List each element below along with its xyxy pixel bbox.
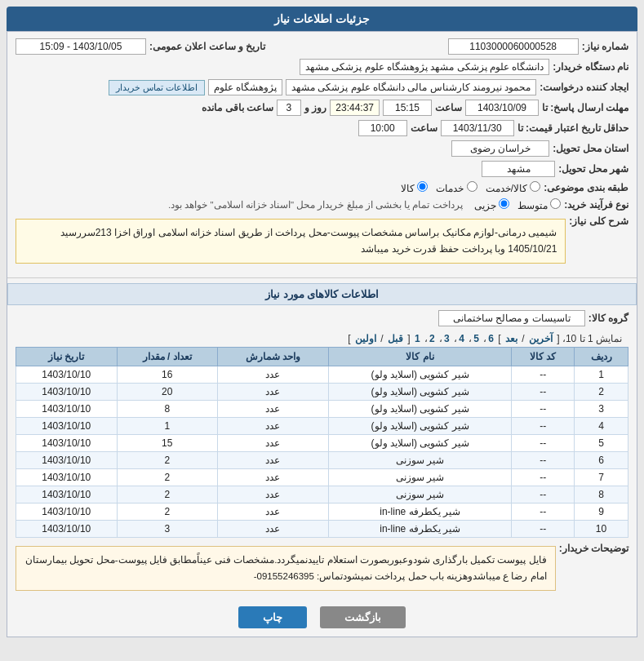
col-name: نام کالا [328, 347, 512, 366]
tabagheh-label: طبقه بندی موضوعی: [544, 182, 628, 193]
cell-rdif: 3 [575, 400, 628, 417]
pagination-first[interactable]: اولین [355, 333, 376, 344]
cell-kod: -- [512, 383, 575, 400]
noefar-note: پرداخت تمام یا بخشی از مبلغ خریدار محل "… [168, 199, 463, 211]
cell-vahed: عدد [217, 366, 328, 383]
table-row: 8--شیر سوزنیعدد21403/10/10 [16, 486, 628, 503]
noefar-label: نوع فرآیند خرید: [564, 199, 628, 211]
tarikh-value: 1403/10/05 - 15:09 [16, 38, 146, 55]
cell-name: شیر یکطرفه in-line [328, 520, 512, 537]
cell-tedad: 8 [117, 400, 217, 417]
cell-tedad: 1 [117, 417, 217, 434]
cell-name: شیر کشویی (اسلاید ولو) [328, 366, 512, 383]
bottom-note: فایل پیوست تکمیل بارگذاری شودوعبوربصورت … [16, 546, 556, 591]
pagination-4[interactable]: 4 [459, 333, 464, 344]
mohlet-roz: 3 [277, 100, 301, 116]
btn-chap[interactable]: چاپ [238, 606, 307, 628]
cell-name: شیر یکطرفه in-line [328, 503, 512, 520]
cell-tarikh: 1403/10/10 [16, 520, 118, 537]
cell-name: شیر کشویی (اسلاید ولو) [328, 400, 512, 417]
cell-tedad: 3 [117, 520, 217, 537]
btn-bazgasht[interactable]: بازگشت [320, 606, 406, 628]
group-label: گروه کالا: [588, 313, 628, 324]
roz-label: روز و [304, 102, 326, 113]
saaat-mande-label: ساعت باقی مانده [202, 102, 273, 113]
header-title: جزئیات اطلاعات نیاز [274, 12, 370, 25]
pagination-bar: نمایش 1 تا 10، [ آخرین / بعد ] 6، 5، 4، … [16, 330, 628, 347]
mohlet-label: مهلت ارسال پاسخ: تا [542, 102, 628, 113]
pagination-5[interactable]: 5 [473, 333, 479, 344]
pagination-last[interactable]: آخرین [529, 333, 553, 344]
pagination-2[interactable]: 2 [429, 333, 435, 344]
cell-name: شیر کشویی (اسلاید ولو) [328, 383, 512, 400]
name-darkhast-value: دانشگاه علوم پزشکی مشهد پژوهشگاه علوم پز… [300, 59, 549, 75]
btn-row: بازگشت چاپ [7, 598, 637, 637]
items-table: ردیف کد کالا نام کالا واحد شمارش تعداد /… [16, 347, 628, 538]
cell-kod: -- [512, 417, 575, 434]
shomara-niaz-label: شماره نیاز: [582, 41, 628, 52]
sharh-value: شیمیی درمانی-لوازم مکانیک براساس مشخصات … [16, 219, 566, 264]
cell-tedad: 15 [117, 434, 217, 451]
cell-kod: -- [512, 400, 575, 417]
table-row: 7--شیر سوزنیعدد21403/10/10 [16, 468, 628, 486]
mohlet-date: 1403/10/09 [465, 100, 539, 116]
table-row: 3--شیر کشویی (اسلاید ولو)عدد81403/10/10 [16, 400, 628, 417]
pagination-6[interactable]: 6 [488, 333, 494, 344]
cell-tarikh: 1403/10/10 [16, 486, 118, 503]
pagination-next[interactable]: بعد [505, 333, 517, 344]
radio-kala[interactable]: کالا [401, 181, 428, 194]
cell-name: شیر کشویی (اسلاید ولو) [328, 434, 512, 451]
cell-rdif: 1 [575, 366, 628, 383]
cell-name: شیر کشویی (اسلاید ولو) [328, 417, 512, 434]
pagination-3[interactable]: 3 [444, 333, 450, 344]
pagination-text: نمایش 1 تا 10، [ آخرین / بعد ] 6، 5، 4، … [348, 333, 622, 344]
table-row: 1--شیر کشویی (اسلاید ولو)عدد161403/10/10 [16, 366, 628, 383]
cell-kod: -- [512, 486, 575, 503]
tozihat-label: توضیحات خریدار: [559, 543, 628, 554]
cell-kod: -- [512, 520, 575, 537]
mohlet-saat: 15:15 [383, 100, 432, 116]
cell-tedad: 2 [117, 486, 217, 503]
radio-jozyi[interactable]: جزیی [474, 198, 509, 211]
ostan-value: خراسان رضوی [451, 140, 549, 157]
cell-kod: -- [512, 451, 575, 468]
mohlet-countdown: 23:44:37 [330, 100, 380, 116]
cell-rdif: 4 [575, 417, 628, 434]
ostan-label: استان محل تحویل: [553, 143, 628, 154]
radio-motavaset[interactable]: متوسط [517, 198, 561, 211]
shahr-value: مشهد [482, 161, 555, 177]
page-header: جزئیات اطلاعات نیاز [7, 7, 637, 31]
cell-vahed: عدد [217, 503, 328, 520]
tarikh-label: تاریخ و ساعت اعلان عمومی: [149, 41, 265, 52]
ijad-label: ایجاد کننده درخواست: [540, 82, 628, 93]
ijad-value: محمود نیرومند کارشناس مالی دانشگاه علوم … [286, 79, 536, 95]
cell-name: شیر سوزنی [328, 468, 512, 486]
cell-rdif: 5 [575, 434, 628, 451]
cell-kod: -- [512, 468, 575, 486]
cell-tarikh: 1403/10/10 [16, 468, 118, 486]
cell-tarikh: 1403/10/10 [16, 434, 118, 451]
col-tedad: تعداد / مقدار [117, 347, 217, 366]
radio-kala-khadamat[interactable]: کالا/خدمت [486, 181, 541, 194]
group-value: تاسیسات و مصالح ساختمانی [438, 310, 585, 326]
cell-rdif: 9 [575, 503, 628, 520]
shomara-niaz-value: 1103000060000528 [448, 38, 579, 55]
cell-vahed: عدد [217, 486, 328, 503]
cell-kod: -- [512, 366, 575, 383]
hadaksar-label: حداقل تاریخ اعتبار قیمت: تا [517, 122, 628, 134]
cell-tarikh: 1403/10/10 [16, 417, 118, 434]
shahr-label: شهر محل تحویل: [558, 163, 628, 175]
pagination-1[interactable]: 1 [415, 333, 420, 344]
col-vahed: واحد شمارش [217, 347, 328, 366]
cell-tedad: 16 [117, 366, 217, 383]
pagination-prev[interactable]: قبل [388, 333, 403, 344]
cell-rdif: 2 [575, 383, 628, 400]
cell-tarikh: 1403/10/10 [16, 383, 118, 400]
cell-tarikh: 1403/10/10 [16, 400, 118, 417]
cell-kod: -- [512, 434, 575, 451]
kalaha-title: اطلاعات کالاهای مورد نیاز [7, 283, 637, 305]
cell-vahed: عدد [217, 383, 328, 400]
radio-khadamat[interactable]: خدمات [436, 181, 477, 194]
info-tamas-btn[interactable]: اطلاعات تماس خریدار [109, 80, 205, 95]
table-row: 6--شیر سوزنیعدد21403/10/10 [16, 451, 628, 468]
